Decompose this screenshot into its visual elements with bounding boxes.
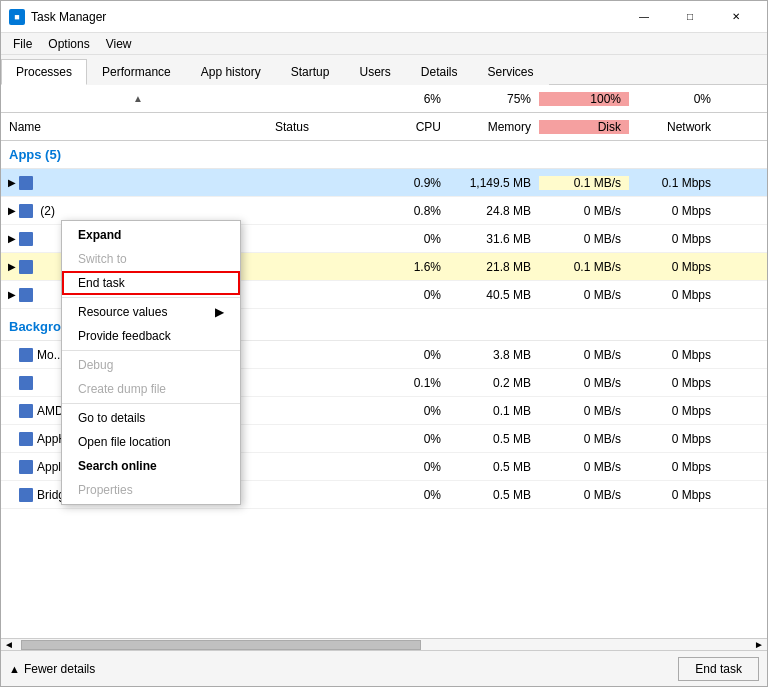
table-row[interactable]: ▶ 0.9% 1,149.5 MB 0.1 MB/s 0.1 Mbps xyxy=(1,169,767,197)
row-mem-bg4: 0.5 MB xyxy=(449,432,539,446)
tab-processes[interactable]: Processes xyxy=(1,59,87,85)
row-mem-bg5: 0.5 MB xyxy=(449,460,539,474)
col-status-header[interactable]: Status xyxy=(271,120,369,134)
row-net-2: 0 Mbps xyxy=(629,204,719,218)
expand-icon: ▶ xyxy=(5,261,19,272)
row-cpu-1: 0.9% xyxy=(369,176,449,190)
row-cpu-bg5: 0% xyxy=(369,460,449,474)
row-net-3: 0 Mbps xyxy=(629,232,719,246)
fewer-details-label: Fewer details xyxy=(24,662,95,676)
window-title: Task Manager xyxy=(31,10,621,24)
row-mem-2: 24.8 MB xyxy=(449,204,539,218)
title-bar: ■ Task Manager — □ ✕ xyxy=(1,1,767,33)
row-disk-bg5: 0 MB/s xyxy=(539,460,629,474)
app-icon-4 xyxy=(19,260,33,274)
ctx-provide-feedback[interactable]: Provide feedback xyxy=(62,324,240,348)
column-usage-row: ▲ 6% 75% 100% 0% xyxy=(1,85,767,113)
row-cpu-2: 0.8% xyxy=(369,204,449,218)
task-manager-window: ■ Task Manager — □ ✕ File Options View P… xyxy=(0,0,768,687)
menu-view[interactable]: View xyxy=(98,35,140,53)
ctx-search-online[interactable]: Search online xyxy=(62,454,240,478)
col-mem-header[interactable]: Memory xyxy=(449,120,539,134)
bottom-bar: ▲ Fewer details End task xyxy=(1,650,767,686)
col-net-header[interactable]: Network xyxy=(629,120,719,134)
menu-options[interactable]: Options xyxy=(40,35,97,53)
fewer-details-button[interactable]: ▲ Fewer details xyxy=(9,662,95,676)
ctx-end-task[interactable]: End task xyxy=(62,271,240,295)
ctx-sep-1 xyxy=(62,297,240,298)
col-cpu-header[interactable]: CPU xyxy=(369,120,449,134)
tab-performance[interactable]: Performance xyxy=(87,59,186,85)
col-name-header[interactable]: Name xyxy=(1,120,271,134)
ctx-open-file-location[interactable]: Open file location xyxy=(62,430,240,454)
row-net-bg2: 0 Mbps xyxy=(629,376,719,390)
sort-arrow-icon: ▲ xyxy=(133,93,143,104)
row-disk-1: 0.1 MB/s xyxy=(539,176,629,190)
table-container: ▲ 6% 75% 100% 0% Name Status CPU Memory … xyxy=(1,85,767,638)
row-net-bg3: 0 Mbps xyxy=(629,404,719,418)
row-mem-bg2: 0.2 MB xyxy=(449,376,539,390)
tab-app-history[interactable]: App history xyxy=(186,59,276,85)
mem-usage-header: 75% xyxy=(449,92,539,106)
ctx-resource-values[interactable]: Resource values ▶ xyxy=(62,300,240,324)
row-cpu-5: 0% xyxy=(369,288,449,302)
app-icon-2 xyxy=(19,204,33,218)
bg-icon-5 xyxy=(19,460,33,474)
row-disk-bg1: 0 MB/s xyxy=(539,348,629,362)
apps-section-header: Apps (5) xyxy=(1,141,767,169)
ctx-expand[interactable]: Expand xyxy=(62,223,240,247)
ctx-switch-to: Switch to xyxy=(62,247,240,271)
ctx-properties: Properties xyxy=(62,478,240,502)
row-disk-bg2: 0 MB/s xyxy=(539,376,629,390)
row-net-bg4: 0 Mbps xyxy=(629,432,719,446)
horizontal-scrollbar[interactable]: ◄ ► xyxy=(1,638,767,650)
row-disk-3: 0 MB/s xyxy=(539,232,629,246)
app-icon: ■ xyxy=(9,9,25,25)
ctx-sep-3 xyxy=(62,403,240,404)
row-cpu-3: 0% xyxy=(369,232,449,246)
row-disk-bg4: 0 MB/s xyxy=(539,432,629,446)
row-mem-bg3: 0.1 MB xyxy=(449,404,539,418)
menu-bar: File Options View xyxy=(1,33,767,55)
row-net-5: 0 Mbps xyxy=(629,288,719,302)
hscroll-right-btn[interactable]: ► xyxy=(751,639,767,650)
row-cpu-4: 1.6% xyxy=(369,260,449,274)
ctx-create-dump: Create dump file xyxy=(62,377,240,401)
tab-startup[interactable]: Startup xyxy=(276,59,345,85)
row-cpu-bg2: 0.1% xyxy=(369,376,449,390)
row-net-bg6: 0 Mbps xyxy=(629,488,719,502)
submenu-arrow-icon: ▶ xyxy=(215,305,224,319)
app-name-2: (2) xyxy=(37,204,55,218)
ctx-debug: Debug xyxy=(62,353,240,377)
close-button[interactable]: ✕ xyxy=(713,1,759,33)
row-mem-4: 21.8 MB xyxy=(449,260,539,274)
col-disk-header[interactable]: Disk xyxy=(539,120,629,134)
disk-usage-header: 100% xyxy=(539,92,629,106)
row-mem-5: 40.5 MB xyxy=(449,288,539,302)
row-cpu-bg4: 0% xyxy=(369,432,449,446)
net-usage-header: 0% xyxy=(629,92,719,106)
tab-users[interactable]: Users xyxy=(344,59,405,85)
app-icon-3 xyxy=(19,232,33,246)
cpu-usage-header: 6% xyxy=(369,92,449,106)
bg-icon-2 xyxy=(19,376,33,390)
hscroll-left-btn[interactable]: ◄ xyxy=(1,639,17,650)
row-cpu-bg3: 0% xyxy=(369,404,449,418)
row-disk-bg6: 0 MB/s xyxy=(539,488,629,502)
maximize-button[interactable]: □ xyxy=(667,1,713,33)
tab-details[interactable]: Details xyxy=(406,59,473,85)
minimize-button[interactable]: — xyxy=(621,1,667,33)
hscroll-thumb[interactable] xyxy=(21,640,421,650)
row-net-bg1: 0 Mbps xyxy=(629,348,719,362)
row-mem-3: 31.6 MB xyxy=(449,232,539,246)
row-disk-5: 0 MB/s xyxy=(539,288,629,302)
tab-bar: Processes Performance App history Startu… xyxy=(1,55,767,85)
ctx-go-to-details[interactable]: Go to details xyxy=(62,406,240,430)
row-net-bg5: 0 Mbps xyxy=(629,460,719,474)
tab-services[interactable]: Services xyxy=(473,59,549,85)
row-net-1: 0.1 Mbps xyxy=(629,176,719,190)
bg-name-1: Mo... xyxy=(37,348,64,362)
end-task-button[interactable]: End task xyxy=(678,657,759,681)
row-mem-bg6: 0.5 MB xyxy=(449,488,539,502)
menu-file[interactable]: File xyxy=(5,35,40,53)
